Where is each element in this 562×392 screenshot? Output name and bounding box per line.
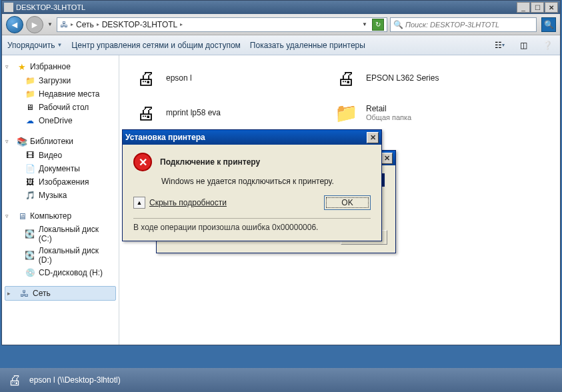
show-remote-printers-button[interactable]: Показать удаленные принтеры	[250, 41, 365, 50]
desktop-icon: 🖥	[25, 102, 35, 113]
address-dropdown[interactable]: ▼	[360, 21, 369, 27]
expand-icon: ▸	[7, 290, 11, 297]
command-bar: Упорядочить▼ Центр управления сетями и о…	[2, 35, 560, 55]
preview-pane-button[interactable]: ◫	[516, 39, 531, 52]
sidebar-drive-d[interactable]: 💽Локальный диск (D:)	[3, 245, 117, 266]
sidebar-pictures[interactable]: 🖼Изображения	[3, 175, 117, 189]
sidebar-documents[interactable]: 📄Документы	[3, 162, 117, 175]
titlebar: DESKTOP-3LHTOTL _ ☐ ✕	[2, 1, 560, 14]
network-center-button[interactable]: Центр управления сетями и общим доступом	[71, 41, 241, 50]
share-item-retail[interactable]: 📁 Retail Общая папка	[331, 98, 518, 127]
error-close-button[interactable]: ✕	[367, 132, 379, 143]
computer-header[interactable]: ▿ 🖥 Компьютер	[3, 209, 117, 223]
taskbar-printer-icon[interactable]: 🖨	[5, 372, 24, 388]
sidebar-videos[interactable]: 🎞Видео	[3, 149, 117, 162]
star-icon: ★	[17, 61, 27, 72]
computer-icon: 🖥	[17, 211, 27, 221]
collapse-details-button[interactable]: ▲	[133, 197, 145, 209]
sidebar-drive-c[interactable]: 💽Локальный диск (C:)	[3, 223, 117, 245]
printer-icon: 🖨	[131, 66, 161, 90]
error-message: Windows не удается подключиться к принте…	[161, 177, 371, 186]
nav-history-dropdown[interactable]: ▼	[46, 18, 54, 31]
sidebar-recent[interactable]: 📁Недавние места	[3, 87, 117, 101]
libraries-header[interactable]: ▿ 📚 Библиотеки	[3, 134, 117, 149]
nav-bar: ◄ ► ▼ 🖧 ▸ Сеть ▸ DESKTOP-3LHTOTL ▸ ▼ ↻ 🔍…	[2, 14, 560, 35]
network-icon: 🖧	[60, 20, 68, 29]
breadcrumb-sep-icon: ▸	[71, 21, 73, 27]
search-button[interactable]: 🔍	[541, 17, 556, 32]
sidebar-network[interactable]: ▸ 🖧 Сеть	[5, 286, 116, 301]
libraries-group: ▿ 📚 Библиотеки 🎞Видео 📄Документы 🖼Изобра…	[3, 134, 117, 202]
ok-button[interactable]: OK	[324, 195, 371, 210]
network-group: ▸ 🖧 Сеть	[3, 286, 117, 301]
favorites-header[interactable]: ▿ ★ Избранное	[3, 59, 117, 74]
picture-icon: 🖼	[25, 177, 35, 187]
breadcrumb-host[interactable]: DESKTOP-3LHTOTL	[102, 20, 178, 29]
hide-details-link[interactable]: Скрыть подробности	[149, 198, 227, 207]
search-input[interactable]	[405, 21, 533, 29]
breadcrumb-sep-icon: ▸	[180, 21, 183, 27]
sidebar-music[interactable]: 🎵Музыка	[3, 189, 117, 202]
video-icon: 🎞	[25, 150, 35, 161]
error-heading: Подключение к принтеру	[160, 157, 260, 167]
navigation-pane: ▿ ★ Избранное 📁Загрузки 📁Недавние места …	[2, 55, 119, 345]
error-icon: ✕	[133, 153, 152, 171]
folder-icon: 📁	[331, 101, 361, 125]
search-box[interactable]: 🔍	[390, 17, 537, 32]
window-icon	[4, 3, 13, 12]
network-icon: 🖧	[19, 288, 29, 299]
sidebar-drive-cd[interactable]: 💿CD-дисковод (H:)	[3, 266, 117, 279]
maximize-button[interactable]: ☐	[531, 2, 544, 13]
taskbar-item-label[interactable]: epson l (\\Desktop-3lhtotl)	[29, 375, 121, 385]
address-bar[interactable]: 🖧 ▸ Сеть ▸ DESKTOP-3LHTOTL ▸ ▼ ↻	[57, 17, 387, 32]
favorites-group: ▿ ★ Избранное 📁Загрузки 📁Недавние места …	[3, 59, 117, 127]
error-detail: В ходе операции произошла ошибка 0x00000…	[133, 223, 371, 232]
breadcrumb-network[interactable]: Сеть	[76, 20, 94, 29]
printer-item-epson-l362[interactable]: 🖨 EPSON L362 Series	[331, 63, 518, 93]
music-icon: 🎵	[25, 190, 35, 201]
folder-icon: 📁	[25, 75, 35, 86]
wizard-close-button[interactable]: ✕	[381, 153, 393, 164]
back-button[interactable]: ◄	[6, 16, 23, 33]
drive-icon: 💽	[25, 229, 35, 239]
breadcrumb-sep-icon: ▸	[97, 21, 99, 27]
chevron-down-icon: ▼	[57, 42, 62, 48]
sidebar-downloads[interactable]: 📁Загрузки	[3, 74, 117, 87]
refresh-button[interactable]: ↻	[372, 19, 384, 31]
organize-menu[interactable]: Упорядочить▼	[7, 41, 62, 50]
forward-button[interactable]: ►	[26, 16, 43, 33]
cloud-icon: ☁	[25, 115, 35, 126]
window-title: DESKTOP-3LHTOTL	[16, 3, 517, 11]
close-button[interactable]: ✕	[545, 2, 558, 13]
sidebar-desktop[interactable]: 🖥Рабочий стол	[3, 101, 117, 114]
help-button[interactable]: ❔	[540, 39, 555, 52]
document-icon: 📄	[25, 163, 35, 174]
computer-group: ▿ 🖥 Компьютер 💽Локальный диск (C:) 💽Лока…	[3, 209, 117, 279]
collapse-icon: ▿	[5, 63, 9, 70]
minimize-button[interactable]: _	[517, 2, 530, 13]
view-options-button[interactable]: ☷▾	[492, 39, 507, 52]
taskbar: 🖨 epson l (\\Desktop-3lhtotl)	[0, 368, 562, 392]
error-dialog: Установка принтера ✕ ✕ Подключение к при…	[122, 129, 382, 241]
collapse-icon: ▿	[5, 138, 9, 145]
libraries-icon: 📚	[17, 136, 27, 147]
sidebar-onedrive[interactable]: ☁OneDrive	[3, 114, 117, 127]
error-titlebar[interactable]: Установка принтера ✕	[123, 130, 381, 145]
printer-item-mprint[interactable]: 🖨 mprint lp58 eva	[131, 98, 318, 127]
folder-icon: 📁	[25, 89, 35, 99]
collapse-icon: ▿	[5, 213, 9, 219]
disc-icon: 💿	[25, 267, 35, 278]
search-icon: 🔍	[393, 20, 403, 29]
drive-icon: 💽	[25, 250, 35, 261]
printer-icon: 🖨	[331, 66, 361, 90]
printer-item-epsonl[interactable]: 🖨 epson l	[131, 63, 318, 93]
printer-icon: 🖨	[131, 101, 161, 125]
